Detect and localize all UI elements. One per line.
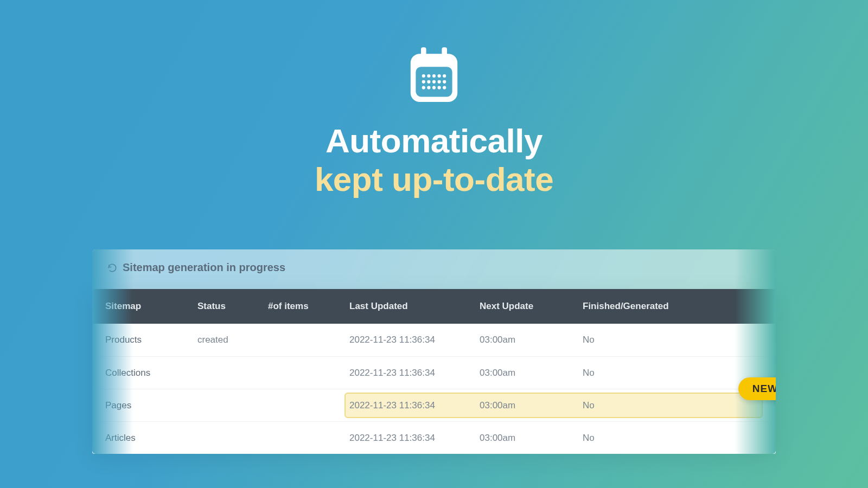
svg-point-5 <box>427 74 430 78</box>
cell-last-updated: 2022-11-23 11:36:34 <box>349 400 480 411</box>
svg-point-4 <box>422 74 425 78</box>
cell-next-update: 03:00am <box>480 400 583 411</box>
cell-finished: No <box>583 335 724 345</box>
table-row: Articles 2022-11-23 11:36:34 03:00am No <box>92 421 776 454</box>
hero-headline: Automatically kept up-to-date <box>0 121 868 199</box>
cell-sitemap: Articles <box>105 433 197 444</box>
cell-finished: No <box>583 433 724 444</box>
svg-point-16 <box>432 86 436 89</box>
cell-last-updated: 2022-11-23 11:36:34 <box>349 335 480 345</box>
table-header: Sitemap Status #of items Last Updated Ne… <box>92 289 776 324</box>
table-row: NEW Pages 2022-11-23 11:36:34 03:00am No <box>92 389 776 421</box>
cell-sitemap: Products <box>105 335 197 345</box>
col-last-updated: Last Updated <box>349 301 480 312</box>
cell-finished: No <box>583 400 724 411</box>
hero-line1: Automatically <box>0 121 868 160</box>
cell-next-update: 03:00am <box>480 433 583 444</box>
new-badge: NEW <box>738 377 776 400</box>
svg-point-13 <box>443 80 446 84</box>
col-finished: Finished/Generated <box>583 301 724 312</box>
cell-next-update: 03:00am <box>480 335 583 345</box>
table-row: Collections 2022-11-23 11:36:34 03:00am … <box>92 356 776 389</box>
sitemap-panel: Sitemap generation in progress Sitemap S… <box>92 249 776 454</box>
hero-section: Automatically kept up-to-date <box>0 0 868 199</box>
svg-point-6 <box>432 74 436 78</box>
col-items: #of items <box>268 301 349 312</box>
sitemap-table: Sitemap Status #of items Last Updated Ne… <box>92 289 776 454</box>
svg-point-12 <box>437 80 441 84</box>
cell-last-updated: 2022-11-23 11:36:34 <box>349 433 480 444</box>
status-text: Sitemap generation in progress <box>123 261 285 274</box>
svg-point-7 <box>437 74 441 78</box>
table-body: Products created 2022-11-23 11:36:34 03:… <box>92 324 776 454</box>
svg-point-18 <box>443 86 446 89</box>
svg-point-8 <box>443 74 446 78</box>
col-sitemap: Sitemap <box>105 301 197 312</box>
cell-last-updated: 2022-11-23 11:36:34 <box>349 368 480 378</box>
svg-point-15 <box>427 86 430 89</box>
cell-status: created <box>197 335 268 345</box>
svg-point-17 <box>437 86 441 89</box>
svg-point-10 <box>427 80 430 84</box>
svg-point-11 <box>432 80 436 84</box>
svg-point-14 <box>422 86 425 89</box>
cell-sitemap: Collections <box>105 368 197 378</box>
col-next-update: Next Update <box>480 301 583 312</box>
svg-point-9 <box>422 80 425 84</box>
table-row: Products created 2022-11-23 11:36:34 03:… <box>92 324 776 356</box>
cell-sitemap: Pages <box>105 400 197 411</box>
refresh-icon <box>107 263 117 273</box>
hero-line2: kept up-to-date <box>0 160 868 198</box>
status-banner: Sitemap generation in progress <box>92 249 776 289</box>
col-status: Status <box>197 301 268 312</box>
cell-next-update: 03:00am <box>480 368 583 378</box>
cell-finished: No <box>583 368 724 378</box>
calendar-icon <box>401 43 467 111</box>
